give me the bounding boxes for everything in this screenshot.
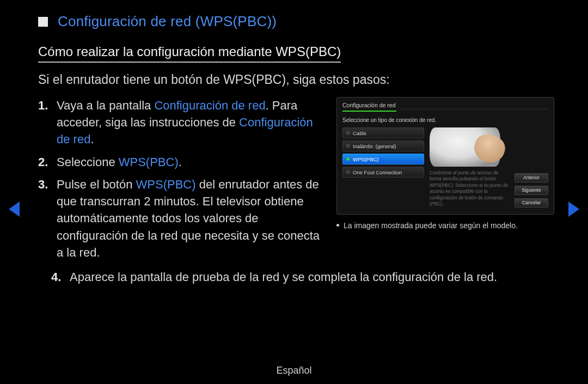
radio-icon (346, 144, 350, 148)
panel-tab-active: Configuración de red (342, 102, 396, 112)
image-caption: La imagen mostrada puede variar según el… (336, 221, 518, 230)
step-number: 4. (51, 269, 70, 285)
prev-page-arrow[interactable] (9, 202, 20, 217)
step-body: Aparece la pantalla de prueba de la red … (70, 269, 550, 285)
network-setup-screenshot: Configuración de red Seleccione un tipo … (336, 97, 554, 215)
option-description: Conéctese al punto de acceso de forma se… (430, 170, 509, 208)
step-number: 1. (38, 97, 57, 148)
subsection-heading: Cómo realizar la configuración mediante … (38, 44, 341, 63)
option-one-foot: One Foot Connection (342, 167, 424, 178)
option-wireless-general: Inalámbr. (general) (342, 141, 424, 151)
step-1: 1. Vaya a la pantalla Configuración de r… (38, 97, 321, 148)
step-body: Seleccione WPS(PBC). (57, 154, 321, 170)
panel-header-line (401, 102, 548, 109)
option-cable: Cable (342, 127, 424, 138)
step-4: 4. Aparece la pantalla de prueba de la r… (38, 269, 550, 285)
panel-buttons: Anterior Siguiente Cancelar (514, 127, 548, 208)
next-button: Siguiente (514, 186, 548, 195)
bullet-icon (336, 224, 339, 227)
title-emph: WPS(PBC) (200, 13, 272, 29)
radio-icon (346, 131, 350, 135)
section-title: Configuración de red (WPS(PBC)) (58, 13, 277, 30)
option-wps-pbc: WPS(PBC) (342, 154, 424, 164)
step-3: 3. Pulse el botón WPS(PBC) del enrutador… (38, 176, 321, 261)
panel-subtitle: Seleccione un tipo de conexión de red. (342, 117, 548, 123)
router-illustration (430, 127, 500, 167)
page-language-footer: Español (0, 365, 588, 376)
next-page-arrow[interactable] (568, 202, 579, 217)
section-title-row: Configuración de red (WPS(PBC)) (38, 13, 550, 30)
cancel-button: Cancelar (514, 198, 548, 208)
step-number: 2. (38, 154, 57, 170)
step-number: 3. (38, 176, 57, 261)
intro-text: Si el enrutador tiene un botón de WPS(PB… (38, 72, 550, 87)
title-suffix: ) (272, 13, 277, 29)
manual-page: Configuración de red (WPS(PBC)) Cómo rea… (0, 0, 588, 285)
step-2: 2. Seleccione WPS(PBC). (38, 154, 321, 170)
step-body: Vaya a la pantalla Configuración de red.… (57, 97, 321, 148)
radio-icon (346, 170, 350, 174)
connection-options-list: Cable Inalámbr. (general) WPS(PBC) (342, 127, 424, 208)
step-body: Pulse el botón WPS(PBC) del enrutador an… (57, 176, 321, 261)
title-prefix: Configuración de red ( (58, 13, 200, 29)
radio-icon (346, 157, 350, 161)
prev-button: Anterior (514, 173, 548, 182)
hand-icon (471, 131, 509, 167)
panel-header: Configuración de red (342, 102, 548, 112)
square-bullet-icon (38, 17, 48, 27)
